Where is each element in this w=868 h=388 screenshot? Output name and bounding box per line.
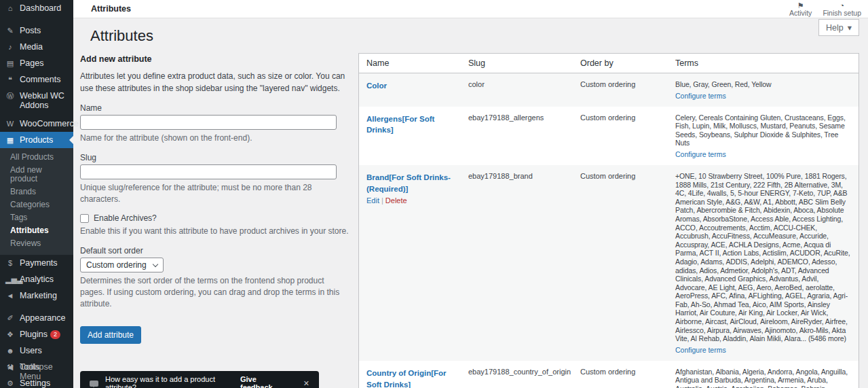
page-title: Attributes [90, 27, 868, 45]
slug-label: Slug [80, 153, 350, 162]
attribute-name-link[interactable]: Allergens[For Soft Drinks] [366, 113, 453, 136]
sidebar-item-marketing[interactable]: ◄ Marketing [0, 287, 73, 304]
pages-icon: ▤ [5, 58, 15, 68]
attributes-table: Name Slug Order by Terms Color color Cus… [359, 54, 858, 388]
sidebar-item-label: Posts [20, 26, 41, 35]
enable-archives-checkbox[interactable] [80, 214, 89, 223]
user-icon: ☻ [5, 346, 15, 355]
comment-bubble-icon: ❝ [5, 75, 15, 84]
attribute-name-input[interactable] [80, 115, 337, 130]
feedback-bubble-icon [90, 381, 98, 387]
sidebar-item-pages[interactable]: ▤ Pages [0, 55, 73, 71]
attribute-name-link[interactable]: Color [366, 80, 387, 92]
attribute-terms: Blue, Gray, Green, Red, Yellow [675, 80, 851, 89]
collapse-menu-button[interactable]: ◀ Collapse Menu [0, 359, 73, 385]
column-header-slug: Slug [461, 54, 573, 73]
row-actions: Edit|Delete [366, 196, 453, 205]
default-sort-order-select[interactable]: Custom ordering [80, 258, 164, 272]
attribute-slug-input[interactable] [80, 164, 337, 179]
bar-chart-icon: ▂▅▃ [5, 275, 15, 284]
delete-link[interactable]: Delete [385, 196, 407, 205]
activity-label: Activity [789, 10, 812, 17]
enable-archives-description: Enable this if you want this attribute t… [80, 226, 350, 237]
attribute-order-by: Custom ordering [580, 113, 635, 122]
sidebar-item-label: Pages [20, 58, 43, 68]
feedback-toast: How easy was it to add a product attribu… [80, 371, 319, 388]
configure-terms-link[interactable]: Configure terms [675, 346, 726, 354]
attribute-terms: Afghanistan, Albania, Algeria, Andorra, … [675, 368, 851, 388]
sidebar-item-payments[interactable]: $ Payments [0, 255, 73, 271]
sidebar-item-label: Webkul WC Addons [20, 91, 71, 110]
submenu-item-all-products[interactable]: All Products [0, 151, 73, 164]
close-icon[interactable]: ✕ [303, 379, 309, 388]
attribute-order-by: Custom ordering [580, 80, 635, 88]
megaphone-icon: ◄ [5, 291, 15, 300]
sidebar-item-comments[interactable]: ❝ Comments [0, 71, 73, 88]
sidebar-item-posts[interactable]: ✎ Posts [0, 22, 73, 39]
woocommerce-icon: W [5, 119, 15, 128]
collapse-arrow-icon: ◀ [5, 362, 15, 372]
column-header-terms: Terms [668, 54, 858, 73]
plugins-update-badge: 2 [50, 330, 60, 339]
feedback-question: How easy was it to add a product attribu… [105, 375, 233, 388]
help-tab[interactable]: Help ▾ [818, 19, 859, 36]
add-attribute-button[interactable]: Add attribute [80, 326, 141, 344]
products-icon: ▦ [5, 135, 15, 145]
attribute-name-link[interactable]: Brand[For Soft Drinks-(Required)] [366, 172, 453, 194]
attribute-name-link[interactable]: Country of Origin[For Soft Drinks] [366, 368, 453, 388]
finish-setup-label: Finish setup [823, 10, 861, 17]
configure-terms-link[interactable]: Configure terms [675, 150, 726, 158]
sidebar-item-plugins[interactable]: ❖ Plugins2 [0, 326, 73, 342]
actions-separator: | [381, 196, 383, 205]
submenu-item-categories[interactable]: Categories [0, 198, 73, 211]
attribute-order-by: Custom ordering [580, 172, 635, 180]
submenu-item-attributes[interactable]: Attributes [0, 224, 73, 237]
media-icon: ♪ [5, 42, 15, 52]
plugin-icon: ❖ [5, 330, 15, 339]
edit-link[interactable]: Edit [366, 196, 379, 205]
dashboard-icon: ⌂ [5, 3, 15, 13]
attribute-order-by: Custom ordering [580, 368, 635, 376]
attribute-slug: ebay179188_allergens [468, 113, 544, 122]
sidebar-item-woocommerce[interactable]: W WooCommerce [0, 116, 73, 132]
attribute-terms: Celery, Cereals Containing Gluten, Crust… [675, 113, 851, 147]
sidebar-item-appearance[interactable]: ✐ Appearance [0, 310, 73, 326]
webkul-addons-icon: Ⓦ [5, 91, 15, 101]
sidebar-item-label: Payments [20, 258, 58, 268]
collapse-menu-label: Collapse Menu [20, 362, 71, 381]
sidebar-item-analytics[interactable]: ▂▅▃ Analytics [0, 271, 73, 287]
table-row: Brand[For Soft Drinks-(Required)] Edit|D… [359, 165, 858, 361]
sidebar-item-label: Products [20, 135, 53, 145]
activity-button[interactable]: ⚑ Activity [789, 1, 812, 17]
sidebar-item-label: Comments [20, 75, 60, 84]
column-header-name: Name [359, 54, 461, 73]
add-attribute-form: Add new attribute Attributes let you def… [80, 54, 350, 344]
products-submenu: All Products Add new product Brands Cate… [0, 148, 73, 255]
sidebar-item-label: Marketing [20, 291, 57, 300]
configure-terms-link[interactable]: Configure terms [675, 92, 726, 100]
submenu-item-reviews[interactable]: Reviews [0, 237, 73, 250]
sort-order-label: Default sort order [80, 246, 350, 255]
table-row: Allergens[For Soft Drinks] ebay179188_al… [359, 107, 858, 165]
name-description: Name for the attribute (shown on the fro… [80, 133, 350, 144]
sidebar-item-media[interactable]: ♪ Media [0, 39, 73, 55]
sort-order-description: Determines the sort order of the terms o… [80, 275, 350, 309]
selected-sort-option: Custom ordering [86, 260, 147, 270]
submenu-item-brands[interactable]: Brands [0, 186, 73, 198]
attribute-slug: color [468, 80, 485, 88]
sidebar-item-label: Appearance [20, 313, 65, 323]
sidebar-item-dashboard[interactable]: ⌂ Dashboard [0, 0, 73, 16]
give-feedback-button[interactable]: Give feedback [240, 375, 286, 388]
submenu-item-tags[interactable]: Tags [0, 211, 73, 224]
finish-setup-button[interactable]: ◔ Finish setup [823, 1, 861, 17]
sidebar-item-webkul-wc-addons[interactable]: Ⓦ Webkul WC Addons [0, 88, 73, 113]
form-heading: Add new attribute [80, 54, 350, 64]
sidebar-item-label: Plugins2 [20, 330, 60, 339]
sidebar-item-label: Media [20, 42, 43, 52]
sidebar-item-users[interactable]: ☻ Users [0, 342, 73, 359]
breadcrumb: Attributes [91, 4, 131, 14]
woocommerce-header-bar: Attributes ⚑ Activity ◔ Finish setup [73, 0, 868, 18]
table-row: Color color Custom ordering Blue, Gray, … [359, 73, 858, 107]
submenu-item-add-new-product[interactable]: Add new product [0, 164, 73, 186]
sidebar-item-products[interactable]: ▦ Products [0, 132, 73, 148]
